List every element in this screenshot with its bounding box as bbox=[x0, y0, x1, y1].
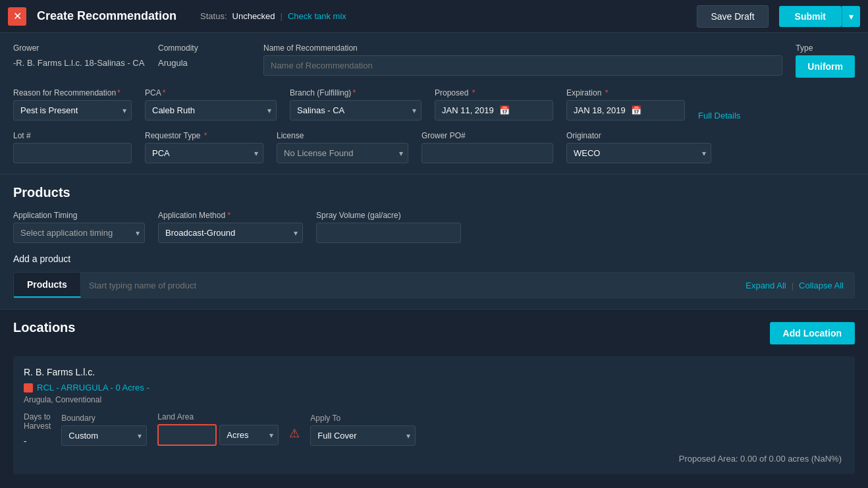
uniform-button[interactable]: Uniform bbox=[796, 55, 855, 78]
originator-group: Originator WECO bbox=[566, 131, 711, 163]
warning-icon: ⚠ bbox=[289, 426, 300, 441]
license-group: License No License Found bbox=[277, 131, 408, 163]
grower-po-label: Grower PO# bbox=[421, 131, 553, 140]
products-title: Products bbox=[13, 185, 855, 200]
expiration-calendar-icon[interactable]: 📅 bbox=[631, 105, 641, 115]
originator-select[interactable]: WECO bbox=[566, 143, 711, 163]
app-method-label: Application Method * bbox=[158, 211, 303, 220]
app-row: Application Timing Select application ti… bbox=[13, 211, 855, 243]
land-area-group: Land Area 0.00 Acres bbox=[157, 412, 279, 446]
locations-title: Locations bbox=[13, 320, 75, 335]
products-section: Products Application Timing Select appli… bbox=[0, 175, 868, 310]
originator-label: Originator bbox=[566, 131, 711, 140]
commodity-group: Commodity Arugula bbox=[158, 43, 250, 68]
check-tank-link[interactable]: Check tank mix bbox=[288, 11, 346, 21]
expiration-value: JAN 18, 2019 bbox=[574, 105, 626, 115]
pca-group: PCA* Caleb Ruth bbox=[145, 88, 277, 121]
grower-group: Grower -R. B. Farms L.l.c. 18-Salinas - … bbox=[13, 43, 145, 68]
proposed-value: JAN 11, 2019 bbox=[442, 105, 494, 115]
rec-name-input[interactable] bbox=[263, 55, 782, 76]
locations-section: Locations Add Location R. B. Farms L.l.c… bbox=[0, 310, 868, 485]
license-select[interactable]: No License Found bbox=[277, 143, 408, 163]
type-label: Type bbox=[796, 43, 855, 53]
rec-name-label: Name of Recommendation bbox=[263, 43, 782, 53]
location-plot: RCL - ARRUGULA - 0 Acres - bbox=[24, 383, 844, 393]
form-row-2: Reason for Recommendation* Pest is Prese… bbox=[13, 88, 855, 121]
requestor-label: Requestor Type * bbox=[145, 131, 263, 140]
plot-name[interactable]: RCL - ARRUGULA - 0 Acres - bbox=[37, 383, 149, 393]
plot-sub: Arugula, Conventional bbox=[24, 395, 844, 404]
reason-group: Reason for Recommendation* Pest is Prese… bbox=[13, 88, 132, 121]
add-location-button[interactable]: Add Location bbox=[770, 322, 855, 344]
page-title: Create Recommendation bbox=[37, 9, 176, 23]
acres-select[interactable]: Acres bbox=[219, 425, 279, 445]
locations-header: Locations Add Location bbox=[13, 320, 855, 346]
products-bar: Products Expand All | Collapse All bbox=[13, 272, 855, 298]
app-timing-select[interactable]: Select application timing bbox=[13, 223, 145, 243]
status-section: Status: Unchecked | Check tank mix bbox=[200, 11, 346, 21]
divider: | bbox=[281, 11, 283, 21]
land-area-label: Land Area bbox=[157, 412, 279, 421]
app-method-group: Application Method * Broadcast-Ground bbox=[158, 211, 303, 243]
expiration-group: Expiration * JAN 18, 2019 📅 bbox=[566, 88, 685, 121]
expiration-label: Expiration * bbox=[566, 88, 685, 97]
boundary-group: Boundary Custom bbox=[61, 414, 147, 446]
commodity-value: Arugula bbox=[158, 58, 250, 68]
collapse-all-link[interactable]: Collapse All bbox=[799, 281, 844, 290]
spray-vol-input[interactable]: 0.000 bbox=[316, 223, 461, 243]
grower-value: -R. B. Farms L.l.c. 18-Salinas - CA bbox=[13, 58, 145, 68]
branch-select[interactable]: Salinas - CA bbox=[290, 100, 421, 121]
pipe-divider: | bbox=[792, 281, 794, 290]
save-draft-button[interactable]: Save Draft bbox=[697, 5, 768, 28]
submit-button[interactable]: Submit bbox=[779, 6, 842, 27]
apply-to-select[interactable]: Full Cover bbox=[310, 425, 416, 446]
status-label: Status: bbox=[200, 11, 227, 21]
lot-label: Lot # bbox=[13, 131, 132, 140]
commodity-label: Commodity bbox=[158, 43, 250, 53]
reason-label: Reason for Recommendation* bbox=[13, 88, 132, 97]
pca-label: PCA* bbox=[145, 88, 277, 97]
form-row-3: Lot # Requestor Type * PCA License No Li… bbox=[13, 131, 855, 163]
app-timing-group: Application Timing Select application ti… bbox=[13, 211, 145, 243]
apply-to-group: Apply To Full Cover bbox=[310, 414, 416, 446]
proposed-label: Proposed * bbox=[435, 88, 553, 97]
requestor-group: Requestor Type * PCA bbox=[145, 131, 263, 163]
boundary-select[interactable]: Custom bbox=[61, 425, 147, 446]
add-product-label: Add a product bbox=[13, 254, 855, 264]
close-button[interactable]: ✕ bbox=[8, 7, 26, 26]
license-label: License bbox=[277, 131, 408, 140]
pca-select[interactable]: Caleb Ruth bbox=[145, 100, 277, 121]
days-harvest-value: - bbox=[24, 436, 51, 446]
branch-group: Branch (Fulfilling)* Salinas - CA bbox=[290, 88, 421, 121]
location-card: R. B. Farms L.l.c. RCL - ARRUGULA - 0 Ac… bbox=[13, 356, 855, 474]
product-search-input[interactable] bbox=[81, 273, 736, 298]
submit-more-button[interactable]: ▾ bbox=[842, 6, 860, 27]
app-method-select[interactable]: Broadcast-Ground bbox=[158, 223, 303, 243]
days-harvest-group: Days toHarvest - bbox=[24, 412, 51, 446]
plot-color-indicator bbox=[24, 383, 33, 393]
lot-group: Lot # bbox=[13, 131, 132, 163]
type-group: Type Uniform bbox=[796, 43, 855, 78]
location-fields: Days toHarvest - Boundary Custom Land Ar… bbox=[24, 412, 844, 446]
top-bar: ✕ Create Recommendation Status: Unchecke… bbox=[0, 0, 868, 33]
boundary-label: Boundary bbox=[61, 414, 147, 423]
lot-input[interactable] bbox=[13, 143, 132, 163]
requestor-select[interactable]: PCA bbox=[145, 143, 263, 163]
spray-vol-group: Spray Volume (gal/acre) 0.000 bbox=[316, 211, 461, 243]
days-harvest-label: Days toHarvest bbox=[24, 412, 51, 431]
apply-to-label: Apply To bbox=[310, 414, 416, 423]
land-area-input[interactable]: 0.00 bbox=[157, 424, 217, 446]
expand-collapse-section: Expand All | Collapse All bbox=[735, 273, 854, 298]
location-farm-name: R. B. Farms L.l.c. bbox=[24, 367, 844, 377]
proposed-calendar-icon[interactable]: 📅 bbox=[499, 105, 510, 115]
full-details-link[interactable]: Full Details bbox=[698, 111, 740, 121]
branch-label: Branch (Fulfilling)* bbox=[290, 88, 421, 97]
form-section: Grower -R. B. Farms L.l.c. 18-Salinas - … bbox=[0, 33, 868, 175]
expand-all-link[interactable]: Expand All bbox=[746, 281, 786, 290]
app-timing-label: Application Timing bbox=[13, 211, 145, 220]
products-tab[interactable]: Products bbox=[14, 273, 81, 298]
grower-po-input[interactable] bbox=[421, 143, 553, 163]
reason-select[interactable]: Pest is Present bbox=[13, 100, 132, 121]
form-row-1: Grower -R. B. Farms L.l.c. 18-Salinas - … bbox=[13, 43, 855, 78]
proposed-group: Proposed * JAN 11, 2019 📅 bbox=[435, 88, 553, 121]
